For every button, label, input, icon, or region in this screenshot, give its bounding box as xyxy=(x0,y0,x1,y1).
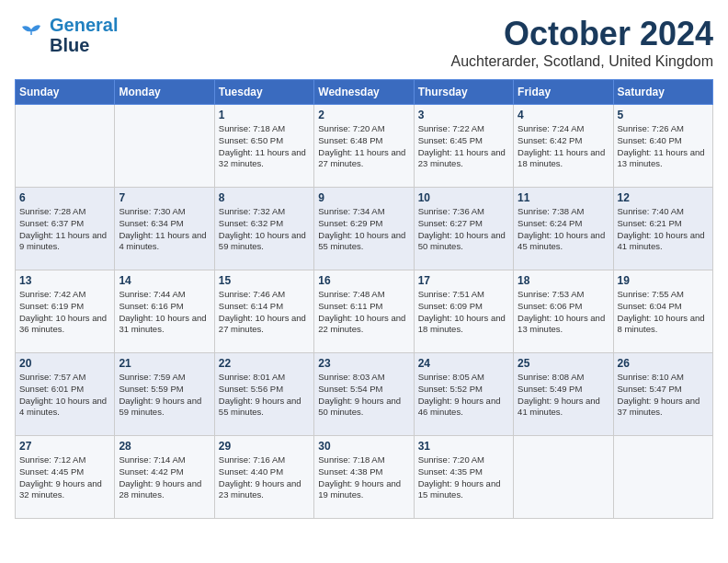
weekday-header-friday: Friday xyxy=(514,80,613,105)
cell-content: Sunrise: 7:22 AM Sunset: 6:45 PM Dayligh… xyxy=(418,123,509,170)
weekday-header-monday: Monday xyxy=(115,80,214,105)
calendar-cell: 4Sunrise: 7:24 AM Sunset: 6:42 PM Daylig… xyxy=(514,105,613,188)
day-number: 5 xyxy=(618,109,709,121)
day-number: 16 xyxy=(318,274,409,287)
cell-content: Sunrise: 7:32 AM Sunset: 6:32 PM Dayligh… xyxy=(219,206,310,253)
calendar-cell xyxy=(613,436,712,519)
calendar-cell: 15Sunrise: 7:46 AM Sunset: 6:14 PM Dayli… xyxy=(214,270,313,353)
day-number: 30 xyxy=(318,440,409,453)
calendar-cell: 12Sunrise: 7:40 AM Sunset: 6:21 PM Dayli… xyxy=(613,188,712,270)
calendar-cell xyxy=(514,436,613,519)
calendar-cell: 17Sunrise: 7:51 AM Sunset: 6:09 PM Dayli… xyxy=(414,270,513,353)
calendar-cell: 16Sunrise: 7:48 AM Sunset: 6:11 PM Dayli… xyxy=(314,270,414,353)
day-number: 7 xyxy=(119,191,210,204)
day-number: 22 xyxy=(219,357,310,370)
logo-icon xyxy=(15,18,48,52)
title-section: October 2024 Auchterarder, Scotland, Uni… xyxy=(451,15,714,70)
day-number: 17 xyxy=(418,274,509,287)
day-number: 29 xyxy=(219,440,310,453)
day-number: 12 xyxy=(618,191,709,204)
logo: General Blue xyxy=(15,15,118,55)
day-number: 1 xyxy=(219,109,310,121)
day-number: 8 xyxy=(219,191,310,204)
cell-content: Sunrise: 7:18 AM Sunset: 6:50 PM Dayligh… xyxy=(219,123,310,170)
calendar-table: SundayMondayTuesdayWednesdayThursdayFrid… xyxy=(15,79,713,519)
cell-content: Sunrise: 7:38 AM Sunset: 6:24 PM Dayligh… xyxy=(518,206,609,253)
cell-content: Sunrise: 7:48 AM Sunset: 6:11 PM Dayligh… xyxy=(318,289,409,336)
day-number: 10 xyxy=(418,191,509,204)
day-number: 9 xyxy=(318,191,409,204)
calendar-cell xyxy=(115,105,214,188)
day-number: 2 xyxy=(318,109,409,121)
day-number: 26 xyxy=(618,357,709,370)
day-number: 15 xyxy=(219,274,310,287)
day-number: 31 xyxy=(418,440,509,453)
cell-content: Sunrise: 7:51 AM Sunset: 6:09 PM Dayligh… xyxy=(418,289,509,336)
weekday-header-saturday: Saturday xyxy=(613,80,712,105)
calendar-cell: 21Sunrise: 7:59 AM Sunset: 5:59 PM Dayli… xyxy=(115,353,214,436)
cell-content: Sunrise: 7:18 AM Sunset: 4:38 PM Dayligh… xyxy=(318,454,409,501)
calendar-cell: 2Sunrise: 7:20 AM Sunset: 6:48 PM Daylig… xyxy=(314,105,414,188)
calendar-cell: 19Sunrise: 7:55 AM Sunset: 6:04 PM Dayli… xyxy=(613,270,712,353)
cell-content: Sunrise: 8:10 AM Sunset: 5:47 PM Dayligh… xyxy=(618,372,709,419)
calendar-cell: 25Sunrise: 8:08 AM Sunset: 5:49 PM Dayli… xyxy=(514,353,613,436)
cell-content: Sunrise: 7:44 AM Sunset: 6:16 PM Dayligh… xyxy=(119,289,210,336)
logo-text: General Blue xyxy=(50,15,118,55)
calendar-cell: 18Sunrise: 7:53 AM Sunset: 6:06 PM Dayli… xyxy=(514,270,613,353)
cell-content: Sunrise: 7:30 AM Sunset: 6:34 PM Dayligh… xyxy=(119,206,210,253)
cell-content: Sunrise: 7:34 AM Sunset: 6:29 PM Dayligh… xyxy=(318,206,409,253)
calendar-cell: 14Sunrise: 7:44 AM Sunset: 6:16 PM Dayli… xyxy=(115,270,214,353)
calendar-cell: 22Sunrise: 8:01 AM Sunset: 5:56 PM Dayli… xyxy=(214,353,313,436)
calendar-cell: 23Sunrise: 8:03 AM Sunset: 5:54 PM Dayli… xyxy=(314,353,414,436)
weekday-header-thursday: Thursday xyxy=(414,80,513,105)
calendar-cell: 30Sunrise: 7:18 AM Sunset: 4:38 PM Dayli… xyxy=(314,436,414,519)
page-header: General Blue October 2024 Auchterarder, … xyxy=(15,15,713,70)
calendar-cell: 26Sunrise: 8:10 AM Sunset: 5:47 PM Dayli… xyxy=(613,353,712,436)
day-number: 21 xyxy=(119,357,210,370)
cell-content: Sunrise: 7:14 AM Sunset: 4:42 PM Dayligh… xyxy=(119,454,210,501)
calendar-cell: 29Sunrise: 7:16 AM Sunset: 4:40 PM Dayli… xyxy=(214,436,313,519)
weekday-header-tuesday: Tuesday xyxy=(214,80,313,105)
day-number: 25 xyxy=(518,357,609,370)
cell-content: Sunrise: 7:24 AM Sunset: 6:42 PM Dayligh… xyxy=(518,123,609,170)
day-number: 23 xyxy=(318,357,409,370)
calendar-cell: 20Sunrise: 7:57 AM Sunset: 6:01 PM Dayli… xyxy=(16,353,115,436)
day-number: 27 xyxy=(19,440,110,453)
day-number: 11 xyxy=(518,191,609,204)
calendar-cell: 13Sunrise: 7:42 AM Sunset: 6:19 PM Dayli… xyxy=(16,270,115,353)
cell-content: Sunrise: 7:16 AM Sunset: 4:40 PM Dayligh… xyxy=(219,454,310,501)
cell-content: Sunrise: 8:08 AM Sunset: 5:49 PM Dayligh… xyxy=(518,372,609,419)
cell-content: Sunrise: 7:42 AM Sunset: 6:19 PM Dayligh… xyxy=(19,289,110,336)
cell-content: Sunrise: 7:12 AM Sunset: 4:45 PM Dayligh… xyxy=(19,454,110,501)
day-number: 19 xyxy=(618,274,709,287)
month-title: October 2024 xyxy=(451,15,714,53)
cell-content: Sunrise: 7:57 AM Sunset: 6:01 PM Dayligh… xyxy=(19,372,110,419)
weekday-header-wednesday: Wednesday xyxy=(314,80,414,105)
weekday-header-sunday: Sunday xyxy=(16,80,115,105)
location: Auchterarder, Scotland, United Kingdom xyxy=(451,53,714,70)
calendar-cell: 7Sunrise: 7:30 AM Sunset: 6:34 PM Daylig… xyxy=(115,188,214,270)
cell-content: Sunrise: 7:55 AM Sunset: 6:04 PM Dayligh… xyxy=(618,289,709,336)
cell-content: Sunrise: 7:40 AM Sunset: 6:21 PM Dayligh… xyxy=(618,206,709,253)
calendar-cell: 6Sunrise: 7:28 AM Sunset: 6:37 PM Daylig… xyxy=(16,188,115,270)
cell-content: Sunrise: 7:20 AM Sunset: 4:35 PM Dayligh… xyxy=(418,454,509,501)
cell-content: Sunrise: 8:03 AM Sunset: 5:54 PM Dayligh… xyxy=(318,372,409,419)
cell-content: Sunrise: 8:05 AM Sunset: 5:52 PM Dayligh… xyxy=(418,372,509,419)
calendar-cell: 27Sunrise: 7:12 AM Sunset: 4:45 PM Dayli… xyxy=(16,436,115,519)
day-number: 20 xyxy=(19,357,110,370)
calendar-cell: 1Sunrise: 7:18 AM Sunset: 6:50 PM Daylig… xyxy=(214,105,313,188)
day-number: 14 xyxy=(119,274,210,287)
calendar-cell: 9Sunrise: 7:34 AM Sunset: 6:29 PM Daylig… xyxy=(314,188,414,270)
calendar-cell: 3Sunrise: 7:22 AM Sunset: 6:45 PM Daylig… xyxy=(414,105,513,188)
calendar-cell: 5Sunrise: 7:26 AM Sunset: 6:40 PM Daylig… xyxy=(613,105,712,188)
calendar-cell: 24Sunrise: 8:05 AM Sunset: 5:52 PM Dayli… xyxy=(414,353,513,436)
day-number: 3 xyxy=(418,109,509,121)
calendar-cell: 28Sunrise: 7:14 AM Sunset: 4:42 PM Dayli… xyxy=(115,436,214,519)
day-number: 13 xyxy=(19,274,110,287)
day-number: 18 xyxy=(518,274,609,287)
cell-content: Sunrise: 7:26 AM Sunset: 6:40 PM Dayligh… xyxy=(618,123,709,170)
cell-content: Sunrise: 8:01 AM Sunset: 5:56 PM Dayligh… xyxy=(219,372,310,419)
day-number: 28 xyxy=(119,440,210,453)
cell-content: Sunrise: 7:53 AM Sunset: 6:06 PM Dayligh… xyxy=(518,289,609,336)
calendar-cell: 8Sunrise: 7:32 AM Sunset: 6:32 PM Daylig… xyxy=(214,188,313,270)
